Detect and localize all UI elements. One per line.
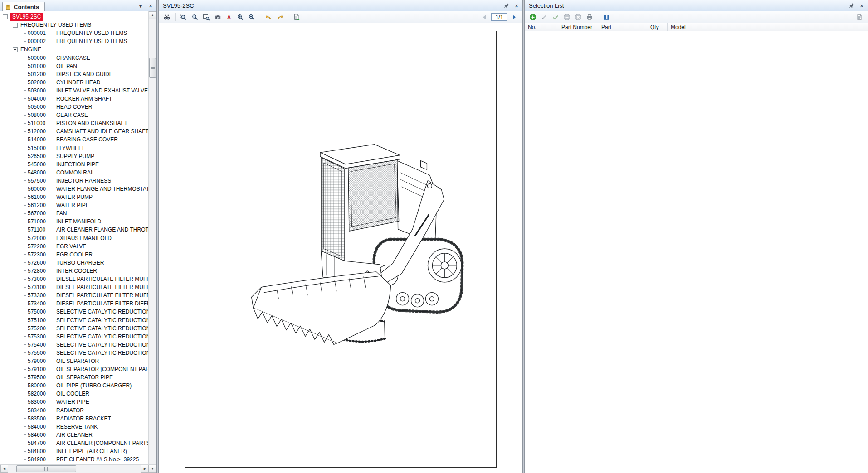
page-icon[interactable] (855, 13, 864, 22)
tree-item-row[interactable]: 573000DIESEL PARTICULATE FILTER MUFFLER (0, 275, 148, 283)
tree-item-row[interactable]: 500000CRANKCASE (0, 53, 148, 62)
tree-item-row[interactable]: 571100AIR CLEANER FLANGE AND THROTTLE (0, 226, 148, 234)
export-page-icon[interactable] (292, 13, 301, 22)
tree-item-row[interactable]: 584900PRE CLEANER ## S.No.>=39225 (0, 455, 148, 463)
find-icon[interactable] (162, 13, 171, 22)
tree-item-row[interactable]: 571000INLET MANIFOLD (0, 217, 148, 226)
vertical-scrollbar[interactable]: ▲ (148, 11, 156, 464)
tree-item-row[interactable]: 572800INTER COOLER (0, 267, 148, 275)
zoom-window-icon[interactable] (202, 13, 211, 22)
zoom-in-icon[interactable] (236, 13, 245, 22)
redo-icon[interactable] (275, 13, 284, 22)
confirm-icon[interactable] (551, 13, 560, 22)
close-icon[interactable]: × (858, 2, 866, 10)
text-size-icon[interactable]: A (224, 13, 234, 22)
next-page-button[interactable] (510, 13, 519, 22)
chevron-down-icon[interactable]: ▾ (137, 2, 145, 10)
tree-item-row[interactable]: 512000CAMSHAFT AND IDLE GEAR SHAFT (0, 127, 148, 135)
tree-item-row[interactable]: 572200EGR VALVE (0, 242, 148, 251)
tree-item-row[interactable]: 511000PISTON AND CRANKSHAFT (0, 119, 148, 127)
page-indicator[interactable]: 1/1 (491, 13, 507, 21)
tree-group-row[interactable]: FREQUENTLY USED ITEMS (0, 21, 148, 29)
tree-item-row[interactable]: 583500RADIATOR BRACKET (0, 415, 148, 423)
tree-item-row[interactable]: 548000COMMON RAIL (0, 169, 148, 177)
tree-item-row[interactable]: 572000EXHAUST MANIFOLD (0, 234, 148, 242)
tree-item-row[interactable]: 584600AIR CLEANER (0, 431, 148, 439)
tree-item-row[interactable]: 573100DIESEL PARTICULATE FILTER MUFFLER (0, 283, 148, 291)
edit-icon[interactable] (540, 13, 549, 22)
tree-item-row[interactable]: 583400RADIATOR (0, 406, 148, 415)
zoom-selection-icon[interactable] (179, 13, 188, 22)
tree-root-label[interactable]: SVL95-2SC (10, 13, 43, 21)
tree-item-row[interactable]: 573400DIESEL PARTICULATE FILTER DIFFEREN… (0, 299, 148, 308)
column-header-part[interactable]: Part (598, 23, 647, 31)
tree-item-row[interactable]: 000002FREQUENTLY USED ITEMS (0, 37, 148, 45)
tree-group-row[interactable]: ENGINE (0, 45, 148, 53)
tree-item-row[interactable]: 575500SELECTIVE CATALYTIC REDUCTION (0, 349, 148, 357)
tree-item-row[interactable]: 583000WATER PIPE (0, 398, 148, 406)
tree-item-row[interactable]: 572300EGR COOLER (0, 251, 148, 259)
tree-item-row[interactable]: 584000RESERVE TANK (0, 423, 148, 431)
scroll-down-button[interactable]: ▼ (149, 465, 156, 473)
tree-item-row[interactable]: 557500INJECTOR HARNESS (0, 177, 148, 185)
pin-icon[interactable] (848, 2, 856, 10)
tree-item-row[interactable]: 579500OIL SEPARATOR PIPE (0, 373, 148, 381)
column-header-partnumber[interactable]: Part Number (558, 23, 598, 31)
tree-item-row[interactable]: 585100DIESEL EXHAUST FLUID PIPE (0, 463, 148, 464)
close-icon[interactable]: × (146, 2, 155, 10)
tree-item-row[interactable]: 502000CYLINDER HEAD (0, 78, 148, 87)
tree-item-row[interactable]: 579000OIL SEPARATOR (0, 357, 148, 365)
collapse-icon[interactable] (13, 23, 18, 28)
tree-item-row[interactable]: 567000FAN (0, 209, 148, 217)
tree-item-row[interactable]: 573300DIESEL PARTICULATE FILTER MUFFLER (0, 291, 148, 299)
vertical-scroll-thumb[interactable] (149, 58, 156, 78)
delete-icon[interactable] (574, 13, 583, 22)
tree-item-row[interactable]: 503000INLET VALVE AND EXHAUST VALVE (0, 87, 148, 95)
tree-item-row[interactable]: 561000WATER PUMP (0, 193, 148, 201)
add-icon[interactable] (528, 13, 537, 22)
tree-item-row[interactable]: 545000INJECTION PIPE (0, 160, 148, 169)
tree-item-row[interactable]: 575100SELECTIVE CATALYTIC REDUCTION (0, 316, 148, 324)
selection-grid-body[interactable] (525, 31, 868, 473)
collapse-icon[interactable] (3, 14, 8, 19)
scroll-up-button[interactable]: ▲ (149, 11, 156, 19)
tree-item-row[interactable]: 504000ROCKER ARM SHAFT (0, 95, 148, 103)
diagram-page[interactable] (185, 31, 497, 468)
tree-root-row[interactable]: SVL95-2SC (0, 13, 148, 21)
column-header-qty[interactable]: Qty (647, 23, 668, 31)
tree-item-row[interactable]: 575400SELECTIVE CATALYTIC REDUCTION (0, 341, 148, 349)
vertical-scroll-track[interactable] (149, 19, 156, 464)
contents-tab[interactable]: Contents (2, 2, 45, 11)
pin-icon[interactable] (502, 2, 511, 10)
tree-item-row[interactable]: 515000FLYWHEEL (0, 144, 148, 152)
order-list-icon[interactable] (602, 13, 611, 22)
tree-item-row[interactable]: 526500SUPPLY PUMP (0, 152, 148, 160)
print-icon[interactable] (585, 13, 594, 22)
scroll-right-button[interactable]: ▶ (141, 465, 149, 473)
tree-item-row[interactable]: 580000OIL PIPE (TURBO CHARGER) (0, 381, 148, 390)
zoom-out-icon[interactable] (247, 13, 256, 22)
column-header-no[interactable]: No. (525, 23, 558, 31)
tree-item-row[interactable]: 579100OIL SEPARATOR [COMPONENT PARTS] (0, 365, 148, 373)
tree-item-row[interactable]: 584800INLET PIPE (AIR CLEANER) (0, 447, 148, 455)
horizontal-scrollbar[interactable]: ◀ ▶ (0, 465, 149, 473)
prev-page-button[interactable] (480, 13, 489, 22)
undo-icon[interactable] (264, 13, 273, 22)
tree-item-row[interactable]: 000001FREQUENTLY USED ITEMS (0, 29, 148, 37)
horizontal-scroll-track[interactable] (8, 465, 141, 473)
zoom-dynamic-icon[interactable] (190, 13, 200, 22)
snapshot-icon[interactable] (213, 13, 222, 22)
remove-icon[interactable] (562, 13, 571, 22)
close-icon[interactable]: × (512, 2, 521, 10)
tree-item-row[interactable]: 560000WATER FLANGE AND THERMOSTAT (0, 185, 148, 193)
tree-item-row[interactable]: 575000SELECTIVE CATALYTIC REDUCTION (0, 308, 148, 316)
horizontal-scroll-thumb[interactable] (16, 465, 76, 472)
scroll-left-button[interactable]: ◀ (0, 465, 8, 473)
tree-item-row[interactable]: 561200WATER PIPE (0, 201, 148, 209)
tree-item-row[interactable]: 575200SELECTIVE CATALYTIC REDUCTION (0, 324, 148, 333)
collapse-icon[interactable] (13, 47, 18, 52)
tree-item-row[interactable]: 505000HEAD COVER (0, 103, 148, 111)
tree-item-row[interactable]: 582000OIL COOLER (0, 390, 148, 398)
tree-item-row[interactable]: 572600TURBO CHARGER (0, 259, 148, 267)
tree-item-row[interactable]: 508000GEAR CASE (0, 111, 148, 119)
